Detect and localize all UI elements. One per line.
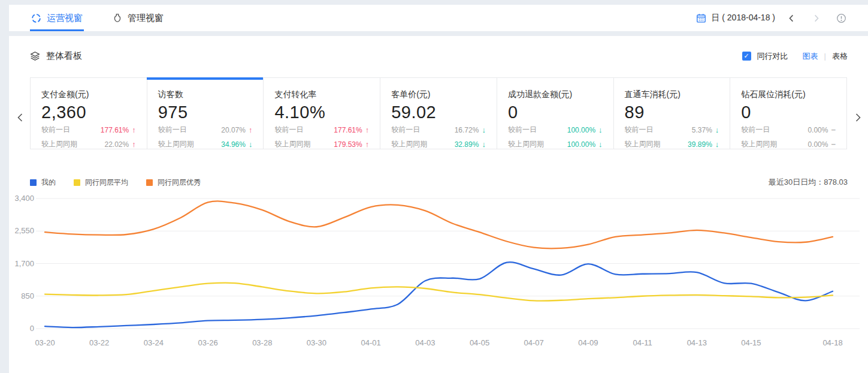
metric-change-row: 较前一日 0.00%−	[741, 125, 836, 135]
svg-text:0: 0	[30, 324, 34, 333]
svg-text:04-09: 04-09	[578, 338, 598, 347]
change-label: 较前一日	[274, 125, 303, 135]
tab-operations-view[interactable]: 运营视窗	[30, 5, 84, 31]
metric-change-row: 较上周同期 179.53%↑	[274, 139, 369, 149]
legend-item-peer-best[interactable]: 同行同层优秀	[146, 178, 201, 188]
metric-value: 0	[741, 103, 836, 122]
trend-arrow-icon: ↓	[482, 125, 486, 134]
trend-arrow-icon: ↓	[715, 125, 719, 134]
trend-arrow-icon: −	[831, 125, 836, 134]
svg-text:03-26: 03-26	[198, 338, 217, 347]
legend-label: 同行同层优秀	[158, 178, 201, 188]
trend-line-chart: 08501,7002,5503,40003-2003-2203-2403-260…	[9, 191, 868, 354]
change-value: 179.53%	[334, 140, 362, 149]
svg-text:04-13: 04-13	[687, 338, 707, 347]
svg-text:03-30: 03-30	[307, 338, 326, 347]
change-value: 177.61%	[101, 126, 129, 134]
trend-arrow-icon: ↑	[365, 125, 370, 134]
management-view-icon	[113, 13, 122, 23]
info-icon[interactable]	[833, 12, 850, 25]
section-header: 整体看板 同行对比 图表 | 表格	[9, 36, 868, 62]
next-day-button[interactable]	[808, 13, 824, 24]
view-toggle-table[interactable]: 表格	[832, 51, 848, 62]
change-label: 较前一日	[508, 125, 537, 135]
thirty-day-average-label: 最近30日日均：878.03	[769, 177, 848, 188]
metric-title: 客单价(元)	[391, 89, 486, 100]
metric-card-payment-conversion-rate[interactable]: 支付转化率 4.10% 较前一日 177.61%↑ 较上周同期 179.53%↑	[263, 77, 380, 149]
operations-view-icon	[31, 13, 41, 23]
change-label: 较前一日	[625, 125, 654, 135]
date-label: 日 ( 2018-04-18 )	[711, 13, 775, 23]
metric-value: 59.02	[391, 103, 486, 122]
change-label: 较上周同期	[741, 139, 777, 149]
change-value: 34.96%	[221, 140, 246, 149]
change-label: 较前一日	[741, 125, 770, 135]
metric-change-row: 较上周同期 32.89%↓	[391, 139, 486, 149]
layers-icon	[30, 51, 40, 61]
metric-change-row: 较上周同期 100.00%↓	[508, 139, 603, 149]
carousel-prev-button[interactable]	[16, 112, 25, 123]
change-label: 较上周同期	[158, 139, 194, 149]
tab-management-view[interactable]: 管理视窗	[111, 5, 165, 31]
change-value: 39.89%	[688, 140, 712, 149]
metric-card-avg-order-value[interactable]: 客单价(元) 59.02 较前一日 16.72%↓ 较上周同期 32.89%↓	[380, 77, 497, 149]
section-title: 整体看板	[46, 50, 82, 62]
metric-value: 2,360	[41, 103, 136, 122]
tab-label: 管理视窗	[128, 13, 164, 24]
trend-arrow-icon: ↓	[482, 140, 486, 149]
metric-cards-row: 支付金额(元) 2,360 较前一日 177.61%↑ 较上周同期 22.02%…	[30, 77, 847, 149]
svg-text:04-15: 04-15	[741, 338, 761, 347]
carousel-next-button[interactable]	[853, 112, 863, 123]
change-value: 32.89%	[455, 140, 479, 149]
metric-card-payment-amount[interactable]: 支付金额(元) 2,360 较前一日 177.61%↑ 较上周同期 22.02%…	[30, 77, 147, 149]
svg-text:04-18: 04-18	[822, 338, 842, 347]
metric-card-visitor-count[interactable]: 访客数 975 较前一日 20.07%↑ 较上周同期 34.96%↓	[147, 77, 264, 149]
change-value: 5.37%	[692, 126, 712, 134]
trend-arrow-icon: ↑	[132, 140, 136, 149]
trend-arrow-icon: −	[831, 140, 836, 149]
legend-label: 同行同层平均	[85, 178, 128, 188]
metric-change-row: 较上周同期 39.89%↓	[625, 139, 719, 149]
view-toggle-chart[interactable]: 图表	[803, 51, 818, 62]
prev-day-button[interactable]	[784, 13, 800, 24]
change-value: 0.00%	[807, 140, 828, 149]
metric-title: 支付金额(元)	[41, 89, 136, 100]
change-label: 较上周同期	[274, 139, 310, 149]
date-controls: 日 ( 2018-04-18 )	[696, 12, 850, 25]
svg-text:03-28: 03-28	[252, 338, 272, 347]
metric-card-express-train-cost[interactable]: 直通车消耗(元) 89 较前一日 5.37%↓ 较上周同期 39.89%↓	[613, 77, 731, 149]
change-label: 较前一日	[158, 125, 187, 135]
date-picker[interactable]: 日 ( 2018-04-18 )	[696, 13, 775, 23]
legend-label: 我的	[41, 178, 56, 188]
view-toggle-divider: |	[824, 52, 826, 61]
legend-item-peer-average[interactable]: 同行同层平均	[74, 178, 128, 188]
metric-cards-carousel: 支付金额(元) 2,360 较前一日 177.61%↑ 较上周同期 22.02%…	[30, 77, 847, 149]
metric-change-row: 较前一日 177.61%↑	[41, 125, 136, 135]
metric-value: 975	[158, 103, 253, 122]
metric-card-diamond-booth-cost[interactable]: 钻石展位消耗(元) 0 较前一日 0.00%− 较上周同期 0.00%−	[730, 77, 847, 149]
svg-text:2,550: 2,550	[14, 226, 34, 235]
metric-change-row: 较上周同期 34.96%↓	[158, 139, 253, 149]
change-label: 较上周同期	[41, 139, 77, 149]
legend-swatch-peer-average	[74, 179, 80, 186]
svg-text:04-03: 04-03	[415, 338, 435, 347]
top-nav-bar: 运营视窗 管理视窗 日 ( 2018-04-18 )	[9, 5, 868, 31]
metric-value: 89	[625, 103, 719, 122]
svg-text:03-20: 03-20	[35, 338, 55, 347]
change-label: 较前一日	[391, 125, 420, 135]
svg-text:03-24: 03-24	[144, 338, 164, 347]
metric-title: 访客数	[158, 89, 253, 100]
metric-title: 钻石展位消耗(元)	[741, 89, 836, 100]
legend-item-mine[interactable]: 我的	[30, 178, 56, 188]
change-value: 0.00%	[807, 126, 828, 134]
metric-title: 成功退款金额(元)	[508, 89, 603, 100]
metric-change-row: 较上周同期 0.00%−	[741, 139, 836, 149]
metric-card-refund-amount[interactable]: 成功退款金额(元) 0 较前一日 100.00%↓ 较上周同期 100.00%↓	[497, 77, 614, 149]
change-value: 100.00%	[567, 140, 595, 149]
peer-compare-checkbox[interactable]	[742, 52, 751, 61]
change-label: 较前一日	[41, 125, 70, 135]
change-value: 20.07%	[221, 126, 246, 134]
chart-legend: 我的 同行同层平均 同行同层优秀 最近30日日均：878.03	[9, 177, 868, 188]
svg-text:04-01: 04-01	[361, 338, 381, 347]
trend-arrow-icon: ↓	[249, 140, 253, 149]
